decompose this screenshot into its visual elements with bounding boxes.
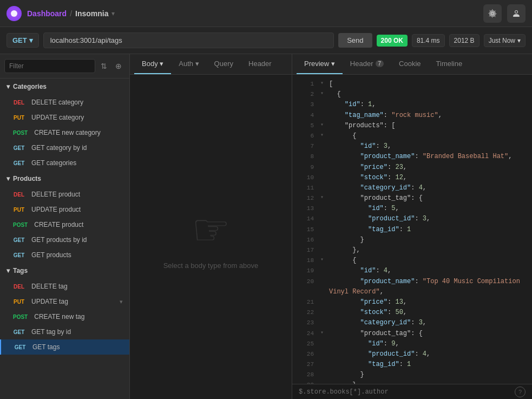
method-chevron-icon: ▾ — [29, 36, 33, 44]
breadcrumb-separator: / — [70, 9, 72, 18]
method-post-tag: POST — [11, 129, 30, 136]
code-line: 25 "id": 9, — [292, 339, 532, 349]
sidebar-item-delete-product[interactable]: DEL DELETE product — [0, 187, 129, 202]
url-bar: GET ▾ Send 200 OK 81.4 ms 2012 B Just No… — [0, 27, 532, 54]
split-pane: Body ▾ Auth ▾ Query Header ☞ Select a bo… — [130, 54, 532, 399]
sidebar-item-get-products[interactable]: GET GET products — [0, 247, 129, 263]
response-size-badge: 2012 B — [449, 34, 480, 47]
method-post-tag: POST — [11, 221, 30, 228]
tab-cookie[interactable]: Cookie — [391, 54, 428, 74]
method-get-tag: GET — [11, 252, 27, 259]
section-label-tags: Tags — [13, 267, 28, 274]
filter-input[interactable] — [4, 59, 95, 73]
item-label: UPDATE product — [31, 206, 123, 213]
sidebar-item-delete-tag[interactable]: DEL DELETE tag — [0, 279, 129, 294]
code-line: 17 }, — [292, 245, 532, 256]
add-request-button[interactable]: ⊕ — [113, 58, 126, 74]
breadcrumb-app[interactable]: Insomnia — [75, 9, 108, 18]
breadcrumb-chevron-icon[interactable]: ▾ — [111, 10, 115, 17]
tab-query[interactable]: Query — [207, 54, 241, 74]
sidebar-item-get-tag-id[interactable]: GET GET tag by id — [0, 324, 129, 339]
timestamp-label: Just Now — [489, 37, 515, 44]
method-del-tag: DEL — [11, 283, 27, 290]
method-selector[interactable]: GET ▾ — [6, 33, 39, 48]
timestamp-chevron-icon: ▾ — [517, 37, 521, 44]
section-header-products[interactable]: ▾ Products — [0, 171, 129, 187]
method-del-tag: DEL — [11, 99, 27, 106]
sort-button[interactable]: ⇅ — [97, 58, 110, 74]
code-line: 4 "tag_name": "rock music", — [292, 110, 532, 121]
sidebar-item-update-product[interactable]: PUT UPDATE product — [0, 202, 129, 217]
method-get-tag: GET — [11, 160, 27, 167]
sidebar-filter-bar: ⇅ ⊕ — [0, 54, 129, 79]
jq-input[interactable] — [299, 388, 510, 396]
sidebar-item-create-tag[interactable]: POST CREATE new tag — [0, 309, 129, 324]
method-del-tag: DEL — [11, 191, 27, 198]
section-arrow-products: ▾ — [6, 175, 10, 182]
section-arrow-categories: ▾ — [6, 83, 10, 90]
code-line: 6▾ { — [292, 131, 532, 141]
method-get-tag: GET — [11, 145, 27, 152]
svg-point-0 — [11, 10, 17, 17]
user-button[interactable] — [507, 4, 526, 23]
response-pane: Preview ▾ Header 7 Cookie Timeline 1▾[2▾… — [292, 54, 532, 399]
code-line: 18▾ { — [292, 256, 532, 266]
sidebar-item-create-product[interactable]: POST CREATE product — [0, 217, 129, 232]
method-get-tag: GET — [12, 344, 28, 351]
code-area[interactable]: 1▾[2▾ {3 "id": 1,4 "tag_name": "rock mus… — [292, 75, 532, 384]
breadcrumb-dashboard[interactable]: Dashboard — [27, 9, 67, 18]
method-post-tag: POST — [11, 313, 30, 320]
tab-body[interactable]: Body ▾ — [134, 54, 171, 74]
code-line: 10 "stock": 12, — [292, 173, 532, 183]
method-get-tag: GET — [11, 237, 27, 244]
code-line: 5▾ "products": [ — [292, 121, 532, 131]
item-label: GET tag by id — [31, 328, 123, 336]
sidebar-item-create-category[interactable]: POST CREATE new category — [0, 125, 129, 140]
code-line: 21 "price": 13, — [292, 297, 532, 308]
section-label-products: Products — [13, 175, 41, 182]
sidebar-item-get-tags[interactable]: GET GET tags — [0, 339, 129, 355]
code-line: 1▾[ — [292, 79, 532, 89]
add-icon: ⊕ — [115, 62, 122, 70]
tab-auth[interactable]: Auth ▾ — [171, 54, 206, 74]
response-time-badge: 81.4 ms — [412, 34, 445, 47]
hand-icon: ☞ — [192, 205, 231, 255]
settings-button[interactable] — [483, 4, 502, 23]
content-area: Body ▾ Auth ▾ Query Header ☞ Select a bo… — [130, 54, 532, 399]
item-label: DELETE tag — [31, 283, 123, 290]
send-button[interactable]: Send — [338, 33, 372, 48]
tab-timeline[interactable]: Timeline — [429, 54, 470, 74]
top-bar: Dashboard / Insomnia ▾ — [0, 0, 532, 27]
item-label: CREATE new category — [34, 129, 123, 136]
item-label: GET products by id — [31, 236, 123, 244]
tab-header[interactable]: Header — [241, 54, 279, 74]
code-line: 26 "product_id": 4, — [292, 349, 532, 359]
app-logo — [6, 6, 22, 21]
code-line: 13 "id": 5, — [292, 204, 532, 214]
tab-header-response[interactable]: Header 7 — [343, 54, 391, 74]
request-pane: Body ▾ Auth ▾ Query Header ☞ Select a bo… — [130, 54, 292, 399]
timestamp-badge[interactable]: Just Now ▾ — [484, 34, 526, 47]
section-header-tags[interactable]: ▾ Tags — [0, 263, 129, 279]
code-line: 20 "product_name": "Top 40 Music Compila… — [292, 277, 532, 297]
section-header-categories[interactable]: ▾ Categories — [0, 79, 129, 95]
status-badge: 200 OK — [377, 35, 408, 47]
code-line: 14 "product_id": 3, — [292, 214, 532, 224]
sidebar-item-get-categories[interactable]: GET GET categories — [0, 155, 129, 171]
sidebar-item-delete-category[interactable]: DEL DELETE category — [0, 95, 129, 110]
item-label: GET category by id — [31, 144, 123, 152]
code-line: 3 "id": 1, — [292, 100, 532, 110]
breadcrumb: Dashboard / Insomnia ▾ — [27, 9, 115, 18]
sidebar-item-get-category-id[interactable]: GET GET category by id — [0, 140, 129, 155]
method-put-tag: PUT — [11, 114, 27, 121]
url-input[interactable] — [43, 32, 334, 48]
sidebar-list: ▾ Categories DEL DELETE category PUT UPD… — [0, 79, 129, 399]
sidebar-item-update-tag[interactable]: PUT UPDATE tag ▾ — [0, 294, 129, 309]
sidebar-item-update-category[interactable]: PUT UPDATE category — [0, 110, 129, 125]
help-button[interactable]: ? — [515, 387, 526, 397]
code-line: 24▾ "product_tag": { — [292, 329, 532, 339]
sidebar-item-get-product-id[interactable]: GET GET products by id — [0, 232, 129, 247]
tab-preview[interactable]: Preview ▾ — [297, 54, 343, 74]
item-label: DELETE category — [31, 99, 123, 106]
code-line: 22 "stock": 50, — [292, 308, 532, 318]
